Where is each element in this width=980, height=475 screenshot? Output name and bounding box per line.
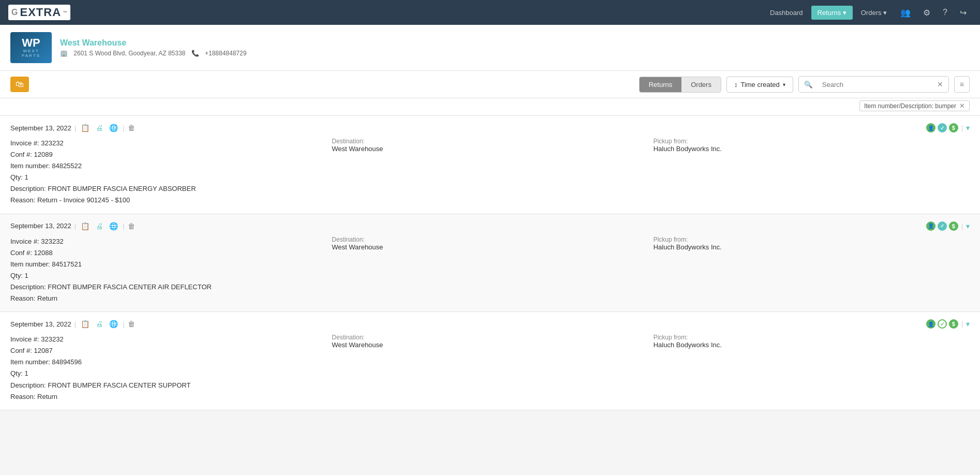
description-text: Description: FRONT BUMPER FASCIA CENTER … xyxy=(10,380,326,391)
phone-icon: 📞 xyxy=(191,50,201,57)
search-icon-button[interactable]: 🔍 xyxy=(799,77,818,92)
check-status-icon: ✓ xyxy=(938,123,947,132)
card-destination: Destination: West Warehouse xyxy=(332,138,648,206)
copy-icon[interactable]: 📋 xyxy=(79,123,91,132)
dollar-status-icon: $ xyxy=(949,319,958,329)
card-date: September 13, 2022 xyxy=(10,124,71,132)
card-pickup: Pickup from: Haluch Bodyworks Inc. xyxy=(654,334,970,403)
search-clear-button[interactable]: ✕ xyxy=(932,77,948,92)
return-card: September 13, 2022 | 📋 🖨 🌐 | 🗑 Invoice #… xyxy=(0,312,980,410)
invoice-text: Invoice #: 323232 xyxy=(10,236,326,247)
print-icon[interactable]: 🖨 xyxy=(94,123,105,132)
filter-tag-close[interactable]: ✕ xyxy=(959,102,965,110)
dollar-status-icon: $ xyxy=(949,123,958,132)
card-date: September 13, 2022 xyxy=(10,222,71,230)
returns-orders-toggle: Returns Orders xyxy=(639,77,721,93)
nav-items: Dashboard Returns ▾ Orders ▾ 👥 ⚙ ? ↪ xyxy=(764,5,972,21)
globe-icon[interactable]: 🌐 xyxy=(108,123,120,132)
settings-icon[interactable]: ⚙ xyxy=(918,5,936,21)
check-outline-status-icon: ✓ xyxy=(938,319,947,329)
warehouse-logo-sub: WESTPARTS xyxy=(22,49,40,58)
pickup-label: Pickup from: xyxy=(654,334,970,341)
delete-icon[interactable]: 🗑 xyxy=(128,222,135,230)
destination-label: Destination: xyxy=(332,138,648,145)
card-date: September 13, 2022 xyxy=(10,320,71,328)
expand-icon[interactable]: ▾ xyxy=(966,124,970,132)
sort-caret-icon: ▾ xyxy=(783,82,785,87)
search-input[interactable] xyxy=(818,77,932,92)
warehouse-address: 🏢 2601 S Wood Blvd, Goodyear, AZ 85338 📞… xyxy=(60,50,250,57)
orders-link[interactable]: Orders ▾ xyxy=(855,6,893,20)
filter-tag-text: Item number/Description: bumper xyxy=(864,102,956,110)
delete-icon[interactable]: 🗑 xyxy=(128,124,135,132)
print-icon[interactable]: 🖨 xyxy=(94,221,105,231)
cart-button[interactable]: 🛍 xyxy=(10,77,29,92)
top-nav: G EXTRA ™ Dashboard Returns ▾ Orders ▾ 👥… xyxy=(0,0,980,25)
pickup-value: Haluch Bodyworks Inc. xyxy=(654,145,970,153)
expand-icon[interactable]: ▾ xyxy=(966,222,970,230)
card-detail-left: Invoice #: 323232 Conf #: 12087 Item num… xyxy=(10,334,326,403)
destination-value: West Warehouse xyxy=(332,341,648,349)
card-header: September 13, 2022 | 📋 🖨 🌐 | 🗑 xyxy=(10,221,970,231)
card-body: Invoice #: 323232 Conf #: 12087 Item num… xyxy=(10,334,970,403)
item-number-text: Item number: 84517521 xyxy=(10,259,326,270)
returns-link[interactable]: Returns ▾ xyxy=(811,6,853,20)
logout-icon[interactable]: ↪ xyxy=(955,5,972,21)
copy-icon[interactable]: 📋 xyxy=(79,319,91,329)
dollar-status-icon: $ xyxy=(949,221,958,231)
pickup-value: Haluch Bodyworks Inc. xyxy=(654,341,970,349)
invoice-text: Invoice #: 323232 xyxy=(10,334,326,345)
print-icon[interactable]: 🖨 xyxy=(94,319,105,329)
card-pickup: Pickup from: Haluch Bodyworks Inc. xyxy=(654,236,970,305)
search-area: 🔍 ✕ xyxy=(798,76,949,93)
logo-tm: ™ xyxy=(63,10,67,15)
return-card: September 13, 2022 | 📋 🖨 🌐 | 🗑 Invoice #… xyxy=(0,214,980,313)
card-detail-left: Invoice #: 323232 Conf #: 12089 Item num… xyxy=(10,138,326,206)
destination-label: Destination: xyxy=(332,236,648,243)
toolbar: 🛍 Returns Orders ↕ Time created ▾ 🔍 ✕ ≡ xyxy=(0,71,980,98)
warehouse-logo: WP WESTPARTS xyxy=(10,32,52,63)
sort-button[interactable]: ↕ Time created ▾ xyxy=(726,77,793,93)
users-icon[interactable]: 👥 xyxy=(895,5,916,21)
warehouse-header: WP WESTPARTS West Warehouse 🏢 2601 S Woo… xyxy=(0,25,980,71)
filter-options-button[interactable]: ≡ xyxy=(954,76,970,93)
pickup-label: Pickup from: xyxy=(654,236,970,243)
globe-icon[interactable]: 🌐 xyxy=(108,319,120,329)
pickup-value: Haluch Bodyworks Inc. xyxy=(654,243,970,251)
check-status-icon: ✓ xyxy=(938,221,947,231)
warehouse-phone: +18884848729 xyxy=(205,50,246,57)
card-right-icons: 👤 ✓ $ | ▾ xyxy=(926,123,970,132)
description-text: Description: FRONT BUMPER FASCIA ENERGY … xyxy=(10,183,326,195)
card-body: Invoice #: 323232 Conf #: 12089 Item num… xyxy=(10,138,970,206)
orders-tab-button[interactable]: Orders xyxy=(681,77,721,92)
invoice-text: Invoice #: 323232 xyxy=(10,138,326,149)
card-right-icons: 👤 ✓ $ | ▾ xyxy=(926,221,970,231)
logo: G EXTRA ™ xyxy=(8,5,70,20)
person-status-icon: 👤 xyxy=(926,123,936,132)
help-icon[interactable]: ? xyxy=(938,5,953,20)
card-destination: Destination: West Warehouse xyxy=(332,236,648,305)
card-body: Invoice #: 323232 Conf #: 12088 Item num… xyxy=(10,236,970,305)
address-icon: 🏢 xyxy=(60,50,68,57)
logo-g-icon: G xyxy=(11,8,18,17)
destination-label: Destination: xyxy=(332,334,648,341)
sort-icon: ↕ xyxy=(734,81,738,88)
destination-value: West Warehouse xyxy=(332,243,648,251)
expand-icon[interactable]: ▾ xyxy=(966,320,970,328)
delete-icon[interactable]: 🗑 xyxy=(128,320,135,328)
reason-text: Reason: Return xyxy=(10,391,326,403)
qty-text: Qty: 1 xyxy=(10,368,326,379)
description-text: Description: FRONT BUMPER FASCIA CENTER … xyxy=(10,281,326,293)
destination-value: West Warehouse xyxy=(332,145,648,153)
item-number-text: Item number: 84894596 xyxy=(10,357,326,368)
person-status-icon: 👤 xyxy=(926,319,936,329)
logo-area: G EXTRA ™ xyxy=(8,5,70,20)
warehouse-address-text: 2601 S Wood Blvd, Goodyear, AZ 85338 xyxy=(73,50,185,57)
returns-tab-button[interactable]: Returns xyxy=(640,77,682,92)
globe-icon[interactable]: 🌐 xyxy=(108,221,120,231)
conf-text: Conf #: 12087 xyxy=(10,345,326,357)
card-header: September 13, 2022 | 📋 🖨 🌐 | 🗑 xyxy=(10,319,970,329)
warehouse-name: West Warehouse xyxy=(60,38,250,48)
dashboard-link[interactable]: Dashboard xyxy=(764,6,809,20)
copy-icon[interactable]: 📋 xyxy=(79,221,91,231)
